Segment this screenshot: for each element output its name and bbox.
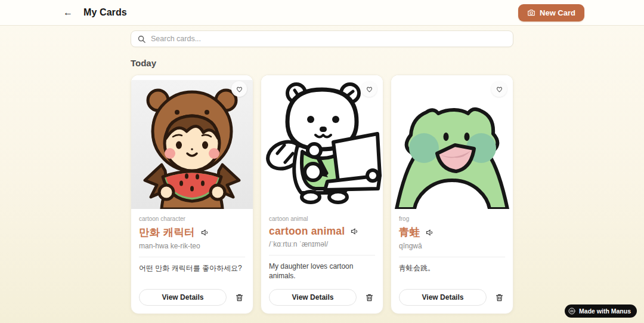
heart-icon (236, 85, 243, 93)
card-pronunciation: man-hwa ke-rik-teo (139, 242, 245, 250)
card-category-label: cartoon character (139, 216, 245, 222)
card-image (131, 75, 253, 209)
favorite-button[interactable] (361, 81, 377, 97)
favorite-button[interactable] (491, 81, 507, 97)
divider (399, 257, 505, 257)
card-info: cartoon character 만화 캐릭터 man-hwa ke-rik-… (131, 209, 253, 313)
card-description: My daughter loves cartoon animals. (269, 262, 375, 281)
search-bar[interactable] (131, 30, 513, 47)
card-image (391, 75, 513, 209)
page-title: My Cards (83, 7, 127, 18)
camera-icon (527, 8, 535, 17)
main-content: Today (131, 26, 513, 314)
divider (139, 257, 245, 257)
new-card-button[interactable]: New Card (518, 4, 584, 21)
card-cartoon-animal: cartoon animal cartoon animal /ˈkɑːrtuːn… (261, 75, 383, 314)
card-cartoon-character: cartoon character 만화 캐릭터 man-hwa ke-rik-… (131, 75, 253, 314)
pronounce-button[interactable] (200, 228, 209, 237)
delete-card-button[interactable] (494, 291, 505, 303)
card-frog: frog 青蛙 qīngwā 青蛙会跳。 View Details (391, 75, 513, 314)
view-details-button[interactable]: View Details (399, 289, 487, 306)
made-with-manus-badge[interactable]: Made with Manus (565, 304, 637, 318)
delete-card-button[interactable] (364, 291, 375, 303)
card-title: cartoon animal (269, 225, 345, 238)
view-details-button[interactable]: View Details (139, 289, 227, 306)
delete-card-button[interactable] (234, 291, 245, 303)
card-category-label: cartoon animal (269, 216, 375, 222)
cards-grid: cartoon character 만화 캐릭터 man-hwa ke-rik-… (131, 75, 513, 314)
favorite-button[interactable] (231, 81, 247, 97)
card-image (261, 75, 383, 209)
heart-icon (496, 85, 503, 93)
card-description: 青蛙会跳。 (399, 263, 505, 273)
new-card-label: New Card (540, 8, 575, 17)
card-info: frog 青蛙 qīngwā 青蛙会跳。 View Details (391, 209, 513, 313)
back-button[interactable]: ← (60, 5, 76, 20)
card-description: 어떤 만화 캐릭터를 좋아하세요? (139, 263, 245, 273)
search-input[interactable] (151, 35, 507, 43)
card-title: 青蛙 (399, 225, 420, 239)
made-with-manus-label: Made with Manus (579, 307, 631, 315)
view-details-button[interactable]: View Details (269, 289, 357, 306)
card-pronunciation: qīngwā (399, 242, 505, 250)
card-info: cartoon animal cartoon animal /ˈkɑːrtuːn… (261, 209, 383, 313)
section-title-today: Today (131, 58, 513, 68)
manus-logo-icon (568, 307, 576, 315)
card-category-label: frog (399, 216, 505, 222)
heart-icon (366, 85, 373, 93)
search-icon (137, 35, 146, 44)
card-title: 만화 캐릭터 (139, 225, 195, 239)
card-pronunciation: /ˈkɑːrtuːn ˈænɪməl/ (269, 240, 375, 248)
divider (269, 255, 375, 256)
pronounce-button[interactable] (425, 228, 434, 237)
app-header: ← My Cards New Card (0, 0, 644, 26)
pronounce-button[interactable] (350, 227, 359, 236)
